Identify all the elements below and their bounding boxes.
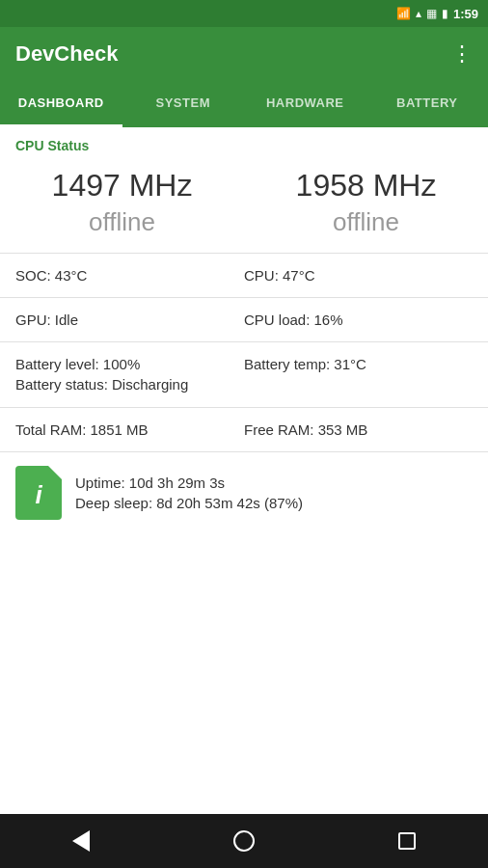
deep-sleep-value: Deep sleep: 8d 20h 53m 42s (87%) [75, 495, 303, 511]
total-ram: Total RAM: 1851 MB [15, 421, 244, 438]
uptime-icon: i [15, 466, 62, 520]
tab-system[interactable]: SYSTEM [122, 81, 245, 124]
cpu-status-1: offline [89, 207, 155, 237]
battery-temp: Battery temp: 31°C [244, 356, 473, 376]
battery-block: Battery level: 100% Battery temp: 31°C B… [0, 342, 488, 408]
tab-battery[interactable]: BATTERY [366, 81, 489, 124]
uptime-icon-letter: i [35, 480, 41, 510]
cpu-status-title: CPU Status [15, 138, 89, 153]
tab-hardware[interactable]: HARDWARE [244, 81, 366, 124]
status-time: 1:59 [453, 7, 478, 21]
cpu-freq-cell-1: 1497 MHz offline [0, 160, 244, 249]
status-bar: 📶 ▴ ▦ ▮ 1:59 [0, 0, 488, 27]
battery-icon: ▮ [442, 7, 448, 20]
app-title: DevCheck [15, 41, 118, 67]
wifi-icon: ▴ [416, 7, 421, 20]
back-icon [72, 830, 90, 852]
signal-icon: ▦ [426, 7, 437, 20]
cpu-status-2: offline [333, 207, 399, 237]
bottom-nav [0, 814, 488, 868]
cpu-load: CPU load: 16% [244, 312, 473, 328]
app-bar: DevCheck ⋮ [0, 27, 488, 81]
vibrate-icon: 📶 [396, 7, 411, 20]
cpu-freq-2: 1958 MHz [296, 168, 437, 203]
uptime-row: i Uptime: 10d 3h 29m 3s Deep sleep: 8d 2… [0, 452, 488, 533]
tab-dashboard[interactable]: DASHBOARD [0, 81, 122, 124]
uptime-value: Uptime: 10d 3h 29m 3s [75, 475, 303, 491]
back-button[interactable] [72, 830, 90, 852]
recent-button[interactable] [398, 832, 416, 850]
gpu-load-row: GPU: Idle CPU load: 16% [0, 298, 488, 342]
temp-row: SOC: 43°C CPU: 47°C [0, 254, 488, 298]
more-options-icon[interactable]: ⋮ [451, 41, 473, 67]
tab-bar: DASHBOARD SYSTEM HARDWARE BATTERY [0, 81, 488, 127]
cpu-freq-row: 1497 MHz offline 1958 MHz offline [0, 160, 488, 253]
home-icon [233, 830, 255, 852]
status-icons: 📶 ▴ ▦ ▮ 1:59 [396, 7, 478, 21]
ram-row: Total RAM: 1851 MB Free RAM: 353 MB [0, 408, 488, 452]
cpu-status-header: CPU Status [0, 127, 488, 160]
recent-icon [398, 832, 416, 850]
soc-temp: SOC: 43°C [15, 267, 244, 284]
battery-status: Battery status: Discharging [15, 376, 188, 393]
gpu-status: GPU: Idle [15, 312, 244, 328]
home-button[interactable] [233, 830, 255, 852]
main-content: CPU Status 1497 MHz offline 1958 MHz off… [0, 127, 488, 814]
cpu-temp: CPU: 47°C [244, 267, 473, 284]
free-ram: Free RAM: 353 MB [244, 421, 473, 438]
cpu-freq-cell-2: 1958 MHz offline [244, 160, 488, 249]
battery-level: Battery level: 100% [15, 356, 244, 372]
uptime-text: Uptime: 10d 3h 29m 3s Deep sleep: 8d 20h… [75, 475, 303, 511]
cpu-freq-1: 1497 MHz [52, 168, 193, 203]
